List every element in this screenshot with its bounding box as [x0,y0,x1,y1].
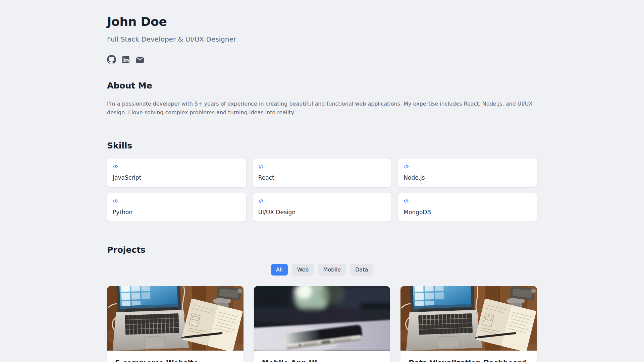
project-card[interactable]: Mobile App UI [254,286,390,362]
about-text: I'm a passionate developer with 5+ years… [107,100,537,117]
filter-button-web[interactable]: Web [292,264,314,276]
skill-card: UI/UX Design [253,193,392,222]
subtitle: Full Stack Developer & UI/UX Designer [107,35,537,43]
project-title: Mobile App UI [254,351,390,362]
code-icon [404,198,531,205]
skill-card: Python [107,193,246,222]
skill-label: Node.js [404,174,531,181]
skill-label: Python [113,209,240,216]
social-links [107,55,537,64]
skill-card: MongoDB [398,193,537,222]
skill-label: MongoDB [404,209,531,216]
skill-card: JavaScript [107,159,246,187]
page-title: John Doe [107,15,537,28]
skills-title: Skills [107,141,537,150]
project-title: E-commerce Website [107,351,244,362]
projects-grid: E-commerce Website Mobile App UI Data Vi… [107,286,537,362]
skills-section: Skills JavaScript React Node.js Python U… [107,141,537,222]
laptop-workspace-photo [107,286,244,351]
filter-button-data[interactable]: Data [350,264,373,276]
linkedin-link[interactable] [122,56,130,64]
code-icon [258,164,386,170]
skill-card: Node.js [398,159,537,187]
skill-card: React [253,159,392,187]
code-icon [113,164,240,170]
skill-label: UI/UX Design [258,209,386,216]
code-icon [258,198,386,205]
phone-on-table-photo [254,286,390,351]
skill-label: React [258,174,386,181]
project-card[interactable]: E-commerce Website [107,286,244,362]
header: John Doe Full Stack Developer & UI/UX De… [107,15,537,64]
about-section: About Me I'm a passionate developer with… [107,81,537,117]
project-title: Data Visualization Dashboard [400,351,537,362]
project-filters: All Web Mobile Data [107,264,537,276]
skills-grid: JavaScript React Node.js Python UI/UX De… [107,159,537,222]
skill-label: JavaScript [113,174,240,181]
projects-section: Projects All Web Mobile Data E-commerce … [107,245,537,362]
filter-button-all[interactable]: All [271,264,288,276]
projects-title: Projects [107,245,537,255]
project-card[interactable]: Data Visualization Dashboard [400,286,537,362]
github-link[interactable] [107,55,116,64]
code-icon [404,164,531,170]
linkedin-icon [122,56,130,64]
email-link[interactable] [136,55,144,64]
filter-button-mobile[interactable]: Mobile [318,264,346,276]
portfolio-page: John Doe Full Stack Developer & UI/UX De… [107,0,537,362]
github-icon [107,55,116,64]
laptop-workspace-photo [400,286,537,351]
code-icon [113,198,240,205]
envelope-icon [136,55,144,64]
about-title: About Me [107,81,537,90]
